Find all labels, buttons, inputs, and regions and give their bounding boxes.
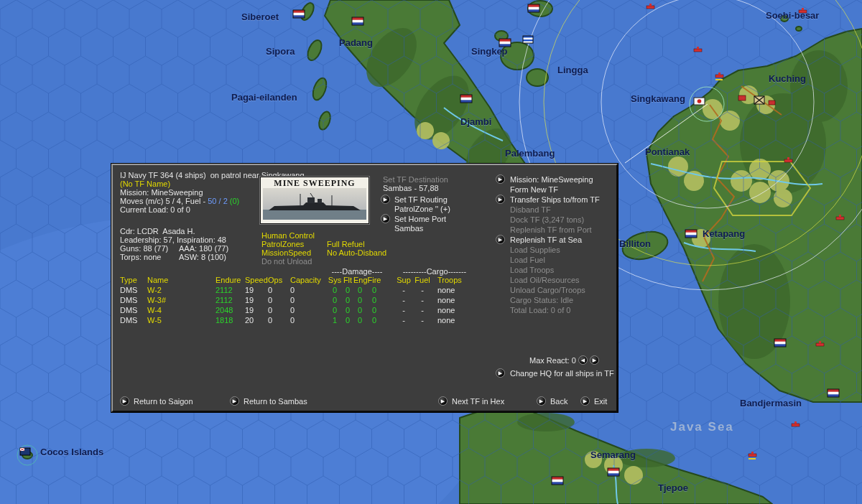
map-label-tjepoe: Tjepoe (658, 482, 688, 493)
map-label-billiton: Billiton (619, 238, 651, 249)
col-header-sup: Sup (397, 276, 411, 284)
map-label-siberoet: Siberoet (241, 11, 279, 22)
ship-row-3-name[interactable]: W-5 (147, 316, 162, 325)
ship-row-1-fuel: - (414, 296, 431, 304)
change-hq-arrow-icon[interactable]: ▶ (496, 368, 505, 378)
ship-row-3-fire: 0 (366, 316, 382, 325)
set-home-port[interactable]: Set Home Port (394, 215, 446, 223)
exit-button[interactable]: Exit (594, 397, 607, 406)
toggle-no-auto-disband[interactable]: No Auto-Disband (327, 248, 386, 257)
signal-flag (523, 36, 533, 43)
ship-row-1-name[interactable]: W-3# (147, 296, 166, 304)
commander-line: Cdr: LCDR Asada H. (120, 227, 195, 235)
home-port-value: Sambas (394, 224, 423, 233)
ship-row-0-sys: 0 (328, 286, 342, 294)
set-home-port-arrow-icon[interactable]: ▶ (381, 214, 390, 223)
action-load-oil: Load Oil/Resources (510, 276, 580, 284)
next-tf-in-hex-button[interactable]: Next TF in Hex (452, 397, 504, 406)
map-label-singkep: Singkep (471, 46, 508, 57)
set-tf-routing[interactable]: Set TF Routing (394, 195, 448, 204)
ship-row-1-capacity: 0 (290, 296, 295, 304)
ship-row-0-capacity: 0 (290, 286, 295, 294)
max-react-decrease-button[interactable]: ◀ (578, 355, 588, 365)
ship-row-0-eng: 0 (353, 286, 366, 294)
current-load-line: Current Load: 0 of 0 (120, 205, 190, 214)
ship-photo-image (263, 188, 366, 220)
fuel-value: 50 / 2 (208, 197, 230, 205)
back-button[interactable]: Back (550, 397, 567, 406)
return-to-saigon-button[interactable]: Return to Saigon (134, 397, 193, 406)
ship-row-0-ops: 0 (268, 286, 272, 294)
col-header-sys: Sys (328, 276, 342, 284)
return-to-sambas-button[interactable]: Return to Sambas (244, 397, 307, 406)
action-form-new-tf[interactable]: Form New TF (510, 185, 558, 194)
toggle-mission-speed[interactable]: MissionSpeed (261, 248, 311, 257)
toggle-patrol-zones[interactable]: PatrolZones (261, 240, 304, 248)
moves-fuel-line: Moves (m/c) 5 / 4, Fuel - 50 / 2 (0) (120, 197, 239, 205)
next-tf-in-hex-arrow-icon[interactable]: ▶ (438, 396, 448, 406)
ship-row-3-capacity: 0 (290, 316, 295, 325)
col-header-troops: Troops (437, 276, 462, 284)
ship-row-2-flt: 0 (342, 306, 353, 314)
col-header-eng: Eng (353, 276, 366, 284)
toggle-do-not-unload[interactable]: Do not Unload (261, 257, 312, 266)
tf-destination-value[interactable]: Sambas - 57,88 (383, 184, 439, 192)
map-label-djambi: Djambi (460, 116, 491, 127)
patrol-zone-setting[interactable]: PatrolZone '' (+) (394, 205, 450, 213)
action-replenish-from-port: Replenish TF from Port (510, 225, 592, 234)
change-hq-button[interactable]: Change HQ for all ships in TF (510, 369, 614, 378)
return-to-saigon-arrow-icon[interactable]: ▶ (120, 396, 129, 406)
set-tf-routing-arrow-icon[interactable]: ▶ (381, 195, 390, 204)
map-label-pagai: Pagai-eilanden (231, 92, 297, 103)
transfer-ships-arrow-icon[interactable]: ▶ (496, 195, 505, 204)
ship-row-0-endure: 2112 (216, 286, 233, 294)
action-mission[interactable]: Mission: MineSweeping (510, 175, 593, 184)
action-total-load: Total Load: 0 of 0 (510, 306, 570, 314)
map-label-ketapang: Ketapang (703, 228, 745, 239)
set-tf-destination[interactable]: Set TF Destination (383, 175, 448, 184)
ship-row-3-sys: 1 (328, 316, 342, 325)
return-to-sambas-arrow-icon[interactable]: ▶ (230, 396, 239, 406)
action-load-fuel: Load Fuel (510, 256, 545, 264)
col-header-fire: Fire (366, 276, 382, 284)
replenish-at-sea-arrow-icon[interactable]: ▶ (496, 235, 505, 244)
ship-row-1-eng: 0 (353, 296, 366, 304)
ship-row-2-speed: 19 (245, 306, 254, 314)
ship-row-3-sup: - (397, 316, 411, 325)
ship-row-0-troops: none (437, 286, 455, 294)
action-transfer-ships[interactable]: Transfer Ships to/from TF (510, 195, 600, 204)
max-react-increase-button[interactable]: ▶ (590, 355, 599, 365)
ship-row-2-capacity: 0 (290, 306, 295, 314)
ship-row-3-fuel: - (414, 316, 431, 325)
col-header-fuel: Fuel (414, 276, 431, 284)
tf-name[interactable]: (No TF Name) (120, 179, 170, 188)
map-label-kuching: Kuching (769, 73, 806, 84)
ship-row-2-endure: 2048 (216, 306, 233, 314)
action-load-supplies: Load Supplies (510, 246, 560, 254)
torps-stat: Torps: none (120, 253, 161, 261)
ship-row-1-ops: 0 (268, 296, 272, 304)
col-header-capacity: Capacity (290, 276, 321, 284)
col-header-flt: Flt (342, 276, 353, 284)
aaa-stat: AAA: 180 (77) (179, 244, 228, 253)
action-unload-cargo: Unload Cargo/Troops (510, 286, 585, 294)
action-dock-tf: Dock TF (3,247 tons) (510, 215, 584, 224)
ship-row-2-ops: 0 (268, 306, 272, 314)
ship-row-0-name[interactable]: W-2 (147, 286, 162, 294)
ship-row-3-type: DMS (120, 316, 137, 325)
toggle-human-control[interactable]: Human Control (261, 231, 315, 240)
action-load-troops: Load Troops (510, 266, 554, 274)
back-arrow-icon[interactable]: ▶ (537, 396, 546, 406)
ship-row-0-sup: - (397, 286, 411, 294)
map-label-lingga: Lingga (557, 65, 588, 75)
toggle-full-refuel[interactable]: Full Refuel (327, 240, 365, 248)
mission-arrow-icon[interactable]: ▶ (496, 174, 505, 184)
exit-arrow-icon[interactable]: ▶ (580, 396, 590, 406)
ship-row-2-name[interactable]: W-4 (147, 306, 162, 314)
australian-base-flag[interactable] (20, 448, 30, 455)
ship-row-1-troops: none (437, 296, 455, 304)
ship-row-3-ops: 0 (268, 316, 272, 325)
ship-row-2-sys: 0 (328, 306, 342, 314)
action-replenish-at-sea[interactable]: Replenish TF at Sea (510, 235, 582, 244)
ship-row-3-flt: 0 (342, 316, 353, 325)
